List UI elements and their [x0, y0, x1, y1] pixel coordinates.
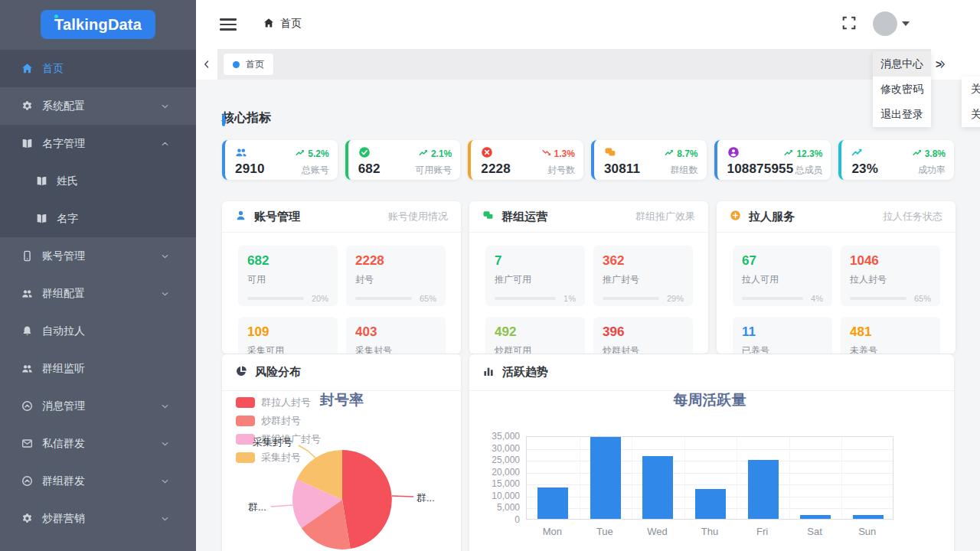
bar-Sun	[853, 515, 884, 519]
stat-value: 109	[247, 324, 328, 340]
pie-leader-top	[299, 445, 318, 460]
stat-value: 11	[742, 324, 823, 340]
trend-up-icon	[784, 148, 794, 160]
tab-scroll-right-button[interactable]	[931, 49, 954, 80]
sidebar-item-名字管理[interactable]: 名字管理	[0, 125, 196, 162]
stat-label: 炒群封号	[603, 344, 684, 354]
users-icon	[21, 288, 33, 300]
sidebar-item-label: 炒群营销	[42, 512, 85, 526]
pie-chart-icon	[235, 365, 247, 380]
tab-home[interactable]: 首页	[224, 54, 273, 75]
sidebar-item-炒群营销[interactable]: 炒群营销	[0, 500, 196, 537]
stat-value: 682	[247, 253, 328, 269]
pie-legend-item-群拉人封号[interactable]: 群拉人封号	[236, 393, 321, 412]
circle-up-icon	[21, 475, 33, 487]
sidebar-item-label: 名字	[57, 212, 78, 226]
stat-label: 推广封号	[603, 273, 684, 286]
stat-panel-header: 群组运营 群组推广效果	[469, 201, 708, 233]
kpi-trend: 12.3%	[784, 148, 822, 160]
stat-tile-拉人封号: 1046 拉人封号 65%	[841, 246, 940, 306]
stat-panel-账号管理: 账号管理 账号使用情况 682 可用 20% 2228 封号 65% 109 采…	[222, 201, 461, 354]
user-menu-item-消息中心[interactable]: 消息中心	[873, 51, 931, 77]
stat-value: 7	[495, 253, 576, 269]
kpi-value: 2910	[235, 161, 265, 177]
pie-legend-item-炒群封号[interactable]: 炒群封号	[236, 412, 321, 430]
pie-chart-title: 封号率	[320, 390, 364, 410]
chevron-down-icon	[160, 401, 170, 411]
gear-icon	[21, 513, 33, 525]
bar-Tue	[590, 437, 621, 519]
sidebar-item-label: 消息管理	[42, 399, 85, 413]
tab-scroll-left-button[interactable]	[196, 49, 217, 80]
pie-leader-left	[271, 505, 292, 507]
users-icon	[21, 363, 33, 375]
phone-icon	[21, 250, 33, 262]
gridline	[527, 473, 893, 474]
pie-leader-right	[392, 496, 413, 497]
main-content: 核心指标 5.2% 2910 总账号 2.1% 682 可用账号	[196, 80, 980, 551]
breadcrumb-home-label: 首页	[280, 17, 302, 31]
user-menu-item-退出登录[interactable]: 退出登录	[873, 102, 931, 127]
x-axis-tick-Tue: Tue	[579, 526, 632, 537]
sidebar-item-私信群发[interactable]: 私信群发	[0, 425, 196, 462]
bar-Wed	[642, 456, 673, 519]
stat-label: 可用	[247, 273, 328, 286]
sidebar-item-系统配置[interactable]: 系统配置	[0, 87, 196, 125]
kpi-trend-value: 5.2%	[308, 148, 328, 159]
edge-menu-item-0[interactable]: 关	[962, 77, 980, 102]
y-axis-tick: 0	[483, 514, 520, 525]
sidebar-item-群组群发[interactable]: 群组群发	[0, 462, 196, 500]
hamburger-menu-icon[interactable]	[220, 18, 237, 31]
activity-trend-panel: 活跃趋势 每周活跃量 35,00030,00025,00020,00015,00…	[469, 354, 954, 551]
legend-swatch-icon	[236, 416, 255, 426]
section-title: 核心指标	[222, 110, 271, 126]
home-icon	[263, 18, 274, 31]
stat-panel-title: 拉人服务	[749, 210, 795, 224]
bar-Thu	[695, 489, 726, 519]
kpi-trend-value: 12.3%	[796, 148, 822, 159]
kpi-trend: 8.7%	[665, 148, 697, 160]
stat-tile-grid: 67 拉人可用 4% 1046 拉人封号 65% 11 已养号 481 未养号	[717, 233, 956, 354]
stat-tile-grid: 682 可用 20% 2228 封号 65% 109 采集可用 403 采集封号	[222, 233, 461, 354]
kpi-trend: 2.1%	[419, 148, 452, 160]
edge-menu-item-1[interactable]: 关	[962, 102, 980, 127]
stat-label: 采集可用	[247, 344, 328, 354]
kpi-card-总成员: 12.3% 108875955 总成员	[714, 140, 831, 180]
sidebar-item-自动拉人[interactable]: 自动拉人	[0, 312, 196, 350]
user-menu-item-修改密码[interactable]: 修改密码	[873, 77, 931, 102]
gridline-vertical	[737, 437, 737, 519]
sidebar-item-群组配置[interactable]: 群组配置	[0, 275, 196, 312]
trend-up-icon	[296, 148, 305, 160]
stat-value: 362	[603, 253, 684, 269]
risk-panel-title: 风险分布	[255, 365, 301, 380]
sidebar-item-账号管理[interactable]: 账号管理	[0, 237, 196, 275]
sidebar-item-首页[interactable]: 首页	[0, 50, 196, 87]
stat-progress-label: 65%	[914, 294, 931, 303]
gridline	[527, 461, 893, 461]
y-axis-tick: 20,000	[483, 467, 520, 478]
kpi-label: 成功率	[918, 164, 946, 177]
legend-label: 炒群封号	[261, 414, 301, 428]
breadcrumb[interactable]: 首页	[263, 17, 302, 31]
stat-tile-grid: 7 推广可用 1% 362 推广封号 29% 492 炒群可用 396 炒群封号	[469, 233, 708, 354]
sidebar-item-姓氏[interactable]: 姓氏	[0, 162, 196, 200]
sidebar-item-名字[interactable]: 名字	[0, 200, 196, 237]
fullscreen-icon[interactable]	[842, 16, 856, 30]
sidebar-item-消息管理[interactable]: 消息管理	[0, 387, 196, 425]
chevron-down-icon	[160, 289, 170, 298]
stat-progress: 29%	[603, 294, 684, 303]
chevron-up-icon	[160, 139, 170, 148]
kpi-label: 封号数	[547, 164, 575, 177]
stat-panel-subtitle: 拉人任务状态	[883, 210, 942, 223]
kpi-card-可用账号: 2.1% 682 可用账号	[345, 140, 461, 180]
sidebar-item-label: 私信群发	[42, 437, 85, 451]
header: 首页	[196, 0, 980, 49]
avatar[interactable]	[873, 11, 897, 36]
stat-tile-炒群可用: 492 炒群可用	[485, 317, 585, 354]
sidebar-item-群组监听[interactable]: 群组监听	[0, 350, 196, 387]
kpi-card-row: 5.2% 2910 总账号 2.1% 682 可用账号 1.3%	[222, 140, 954, 180]
stat-panel-title: 群组运营	[501, 210, 547, 224]
logo-text: TalkingData	[54, 16, 142, 34]
sidebar-item-label: 自动拉人	[42, 324, 85, 338]
sidebar-item-label: 群组配置	[42, 287, 85, 301]
